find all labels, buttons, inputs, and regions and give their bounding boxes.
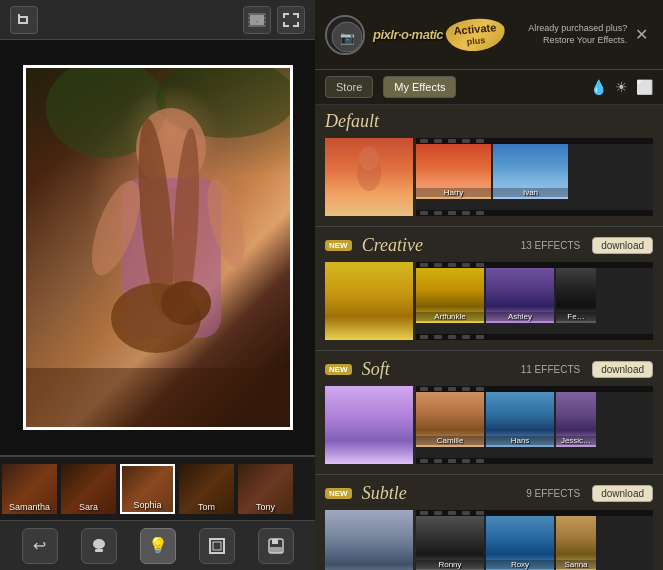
svg-rect-29 — [95, 549, 103, 552]
photo-image — [26, 68, 290, 427]
sanna-label: Sanna — [556, 560, 596, 569]
ivan-label: Ivan — [493, 188, 568, 197]
square-icon[interactable]: ⬜ — [636, 79, 653, 95]
artfunkle-thumb[interactable]: Artfunkle — [416, 268, 484, 323]
new-badge-creative: NEW — [325, 240, 352, 251]
subtle-download-btn[interactable]: download — [592, 485, 653, 502]
frame-button[interactable] — [199, 528, 235, 564]
svg-rect-8 — [248, 23, 250, 25]
ronny-label: Ronny — [416, 560, 484, 569]
roxy-thumb[interactable]: Roxy — [486, 516, 554, 570]
section-header-subtle: NEW Subtle 9 EFFECTS download — [315, 477, 663, 508]
soft-download-btn[interactable]: download — [592, 361, 653, 378]
svg-text:📷: 📷 — [340, 30, 355, 45]
new-badge-subtle: NEW — [325, 488, 352, 499]
camille-label: Camille — [416, 436, 484, 445]
film-thumb-tony[interactable]: Tony — [238, 464, 293, 514]
artfunkle-label: Artfunkle — [416, 312, 484, 321]
svg-rect-34 — [270, 547, 282, 553]
bottom-toolbar: ↩ 💡 — [0, 520, 315, 570]
thumb-label-sara: Sara — [61, 502, 116, 512]
jessic-thumb[interactable]: Jessic… — [556, 392, 596, 447]
bulb-button[interactable]: 💡 — [140, 528, 176, 564]
section-header-soft: NEW Soft 11 EFFECTS download — [315, 353, 663, 384]
section-creative: NEW Creative 13 EFFECTS download — [315, 229, 663, 348]
film-thumb-samantha[interactable]: Samantha — [2, 464, 57, 514]
crop-icon[interactable] — [10, 6, 38, 34]
section-subtle: NEW Subtle 9 EFFECTS download — [315, 477, 663, 570]
main-photo-area — [0, 40, 315, 455]
default-film-row: Harry Ivan — [315, 136, 663, 224]
harry-thumb[interactable]: Harry — [416, 144, 491, 199]
app-header: 📷 pixlr·o·matic Activate plus Already pu… — [315, 0, 663, 70]
svg-point-26 — [161, 281, 211, 325]
photo-frame — [23, 65, 293, 430]
svg-marker-15 — [283, 22, 289, 27]
svg-marker-13 — [283, 13, 289, 18]
film-thumb-sara[interactable]: Sara — [61, 464, 116, 514]
creative-film-row: Artfunkle Ashley Fe… — [315, 260, 663, 348]
ivan-thumb[interactable]: Ivan — [493, 144, 568, 199]
ashley-label: Ashley — [486, 312, 554, 321]
film-thumb-tom[interactable]: Tom — [179, 464, 234, 514]
film-thumbnails: Samantha Sara Sophia Tom Tony — [0, 459, 315, 519]
svg-point-39 — [359, 146, 379, 170]
sanna-thumb[interactable]: Sanna — [556, 516, 596, 570]
restore-text: Already purchased plus? Restore Your Eff… — [507, 23, 627, 46]
thumb-label-samantha: Samantha — [2, 502, 57, 512]
effects-list: Default — [315, 105, 663, 570]
subtle-film-row: Ronny Roxy Sanna — [315, 508, 663, 570]
jessic-label: Jessic… — [556, 436, 596, 445]
section-soft: NEW Soft 11 EFFECTS download — [315, 353, 663, 472]
ronny-thumb[interactable]: Ronny — [416, 516, 484, 570]
creative-download-btn[interactable]: download — [592, 237, 653, 254]
creative-large-thumb[interactable] — [325, 262, 413, 340]
new-badge-soft: NEW — [325, 364, 352, 375]
section-title-subtle: Subtle — [362, 483, 521, 504]
default-large-thumb[interactable] — [325, 138, 413, 216]
svg-marker-14 — [293, 13, 299, 18]
fe-label: Fe… — [556, 312, 596, 321]
stamp-button[interactable] — [81, 528, 117, 564]
svg-rect-7 — [248, 19, 250, 21]
svg-text:+: + — [256, 18, 259, 24]
soft-large-thumb[interactable] — [325, 386, 413, 464]
section-title-creative: Creative — [362, 235, 515, 256]
app-logo: pixlr·o·matic — [373, 27, 443, 42]
save-button[interactable] — [258, 528, 294, 564]
bulb-icon-right[interactable]: ☀ — [615, 79, 628, 95]
filmstrip-icon[interactable]: + — [243, 6, 271, 34]
view-icons: 💧 ☀ ⬜ — [590, 79, 653, 95]
section-title-default: Default — [325, 111, 653, 132]
tab-my-effects[interactable]: My Effects — [383, 76, 456, 98]
droplet-icon[interactable]: 💧 — [590, 79, 607, 95]
section-default: Default — [315, 105, 663, 224]
hans-label: Hans — [486, 436, 554, 445]
svg-point-28 — [93, 539, 105, 549]
activate-badge[interactable]: Activate plus — [444, 16, 505, 53]
soft-effect-count: 11 EFFECTS — [521, 364, 580, 375]
svg-rect-10 — [264, 19, 266, 21]
film-thumb-sophia[interactable]: Sophia — [120, 464, 175, 514]
camille-thumb[interactable]: Camille — [416, 392, 484, 447]
right-panel: 📷 pixlr·o·matic Activate plus Already pu… — [315, 0, 663, 570]
svg-rect-6 — [248, 15, 250, 17]
soft-film-row: Camille Hans Jessic… — [315, 384, 663, 472]
tab-store[interactable]: Store — [325, 76, 373, 98]
hans-thumb[interactable]: Hans — [486, 392, 554, 447]
section-header-creative: NEW Creative 13 EFFECTS download — [315, 229, 663, 260]
subtle-large-thumb[interactable] — [325, 510, 413, 570]
svg-rect-9 — [264, 15, 266, 17]
left-panel: + — [0, 0, 315, 570]
top-toolbar: + — [0, 0, 315, 40]
svg-rect-33 — [272, 539, 278, 544]
undo-button[interactable]: ↩ — [22, 528, 58, 564]
svg-rect-31 — [213, 542, 221, 550]
fe-thumb[interactable]: Fe… — [556, 268, 596, 323]
close-button[interactable]: ✕ — [630, 23, 653, 46]
film-strip: Samantha Sara Sophia Tom Tony — [0, 455, 315, 520]
ashley-thumb[interactable]: Ashley — [486, 268, 554, 323]
expand-icon[interactable] — [277, 6, 305, 34]
thumb-label-tony: Tony — [238, 502, 293, 512]
svg-rect-30 — [210, 539, 224, 553]
